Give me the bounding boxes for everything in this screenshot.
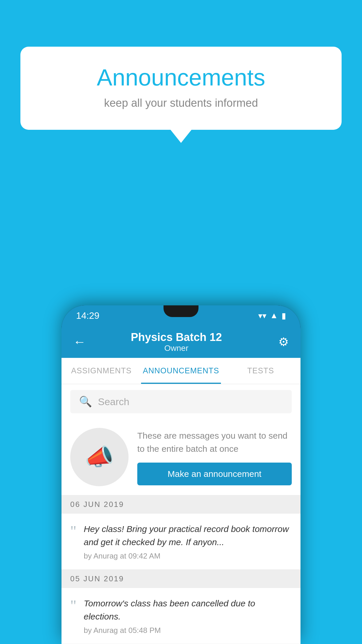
bubble-subtitle: keep all your students informed: [44, 97, 318, 109]
promo-description: These are messages you want to send to t…: [137, 429, 292, 455]
bubble-title: Announcements: [44, 64, 318, 91]
speech-bubble: Announcements keep all your students inf…: [20, 47, 342, 130]
announcement-text-1: Hey class! Bring your practical record b…: [84, 522, 292, 549]
date-divider-2: 05 JUN 2019: [61, 570, 301, 588]
announcement-content-2: Tomorrow's class has been cancelled due …: [84, 597, 292, 635]
app-bar-title-group: Physics Batch 12 Owner: [92, 331, 261, 353]
search-container: 🔍 Search: [61, 384, 301, 419]
announcement-meta-2: by Anurag at 05:48 PM: [84, 626, 292, 635]
tab-announcements[interactable]: ANNOUNCEMENTS: [141, 358, 221, 384]
app-bar-subtitle: Owner: [92, 344, 261, 353]
settings-icon[interactable]: ⚙: [278, 335, 289, 349]
speech-bubble-section: Announcements keep all your students inf…: [20, 47, 342, 130]
quote-icon-2: ": [70, 598, 76, 613]
tab-bar: ASSIGNMENTS ANNOUNCEMENTS TESTS: [61, 358, 301, 384]
status-time: 14:29: [76, 310, 99, 321]
promo-right: These are messages you want to send to t…: [137, 429, 292, 485]
search-bar[interactable]: 🔍 Search: [70, 390, 292, 413]
announcement-text-2: Tomorrow's class has been cancelled due …: [84, 597, 292, 623]
announcement-content-1: Hey class! Bring your practical record b…: [84, 522, 292, 561]
app-bar-title: Physics Batch 12: [92, 331, 261, 344]
tab-tests[interactable]: TESTS: [221, 358, 301, 384]
wifi-icon: ▾▾: [258, 311, 266, 321]
promo-icon-circle: 📣: [70, 428, 129, 486]
megaphone-icon: 📣: [85, 443, 114, 471]
date-divider-1: 06 JUN 2019: [61, 495, 301, 514]
phone-frame: 14:29 ▾▾ ▲ ▮ ← Physics Batch 12 Owner ⚙ …: [61, 305, 301, 644]
signal-icon: ▲: [270, 311, 278, 320]
phone-wrapper: 14:29 ▾▾ ▲ ▮ ← Physics Batch 12 Owner ⚙ …: [61, 305, 301, 644]
announcement-meta-1: by Anurag at 09:42 AM: [84, 552, 292, 561]
make-announcement-button[interactable]: Make an announcement: [137, 463, 292, 485]
back-button[interactable]: ←: [73, 335, 86, 349]
content-area: 🔍 Search 📣 These are messages you want t…: [61, 384, 301, 644]
quote-icon-1: ": [70, 524, 76, 539]
notch: [164, 305, 198, 317]
app-bar: ← Physics Batch 12 Owner ⚙: [61, 326, 301, 358]
battery-icon: ▮: [282, 311, 286, 321]
search-icon: 🔍: [79, 396, 92, 408]
status-icons: ▾▾ ▲ ▮: [258, 311, 286, 321]
announcement-promo: 📣 These are messages you want to send to…: [61, 419, 301, 495]
search-placeholder: Search: [98, 396, 129, 407]
tab-assignments[interactable]: ASSIGNMENTS: [61, 358, 141, 384]
announcement-item-1: " Hey class! Bring your practical record…: [61, 514, 301, 570]
status-bar: 14:29 ▾▾ ▲ ▮: [61, 305, 301, 326]
announcement-item-2: " Tomorrow's class has been cancelled du…: [61, 588, 301, 644]
